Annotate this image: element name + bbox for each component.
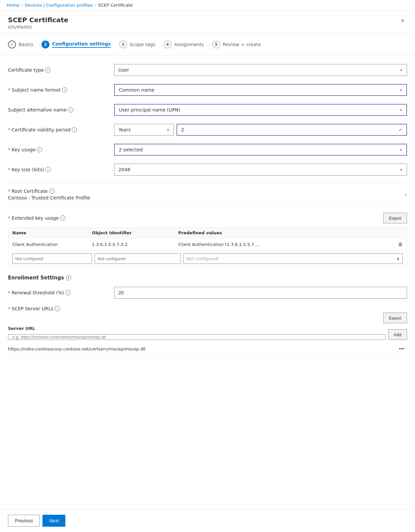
- key-size-required: *: [8, 167, 10, 172]
- root-cert-info[interactable]: i: [49, 189, 54, 194]
- step-label-review: Review + create: [223, 42, 261, 47]
- step-sep-4: ›: [208, 42, 212, 47]
- scep-urls-section: * SCEP Server URLs i Export Server URL A: [8, 306, 407, 355]
- renewal-info[interactable]: i: [65, 290, 71, 295]
- scep-info[interactable]: i: [55, 306, 60, 311]
- cert-validity-control: Years ∨ 2 ✓: [114, 124, 407, 136]
- step-label-scope: Scope tags: [130, 42, 155, 47]
- eku-required: *: [8, 215, 10, 221]
- validity-check-icon: ✓: [398, 127, 402, 132]
- footer: Previous Next: [0, 509, 415, 532]
- subject-name-required: *: [8, 87, 10, 93]
- scep-export-button[interactable]: Export: [383, 313, 407, 323]
- eku-table-header: Name Object Identifier Predefined values: [8, 228, 407, 238]
- key-size-control: 2048 ∨: [114, 164, 407, 176]
- eku-info[interactable]: i: [60, 215, 65, 221]
- step-scope[interactable]: 3 Scope tags: [119, 39, 159, 50]
- eku-name-input[interactable]: [12, 253, 92, 264]
- table-row: Client Authentication 1.3.6.1.5.5.7.3.2 …: [8, 238, 407, 251]
- certificate-type-label: Certificate type i: [8, 67, 114, 73]
- page-subtitle: iOS/iPadOS: [8, 25, 68, 30]
- next-button[interactable]: Next: [42, 515, 65, 527]
- cert-validity-label: * Certificate validity period i: [8, 127, 114, 132]
- certificate-type-info[interactable]: i: [45, 67, 50, 73]
- subject-alt-name-info[interactable]: i: [68, 107, 73, 113]
- eku-predefined-select[interactable]: Not configured ∨: [183, 253, 403, 264]
- renewal-threshold-label: * Renewal threshold (%) i: [8, 290, 114, 295]
- step-indicator-assignments: 4: [164, 40, 172, 48]
- scep-urls-header: * SCEP Server URLs i: [8, 306, 407, 311]
- enrollment-section-title: Enrollment Settings i: [8, 275, 407, 281]
- content-area: Certificate type i User ∨ * Subject name…: [0, 55, 415, 509]
- breadcrumb-chevron-1: ›: [21, 3, 23, 7]
- subject-name-format-select[interactable]: Common name ∨: [114, 84, 407, 96]
- renewal-threshold-row: * Renewal threshold (%) i: [8, 286, 407, 299]
- validity-value-input[interactable]: 2 ✓: [176, 124, 407, 136]
- certificate-type-row: Certificate type i User ∨: [8, 63, 407, 77]
- root-cert-required: *: [8, 189, 10, 194]
- key-size-info[interactable]: i: [45, 167, 51, 172]
- scep-urls-label: * SCEP Server URLs i: [8, 306, 60, 311]
- panel-header: SCEP Certificate iOS/iPadOS ×: [0, 11, 415, 34]
- breadcrumb: Home › Devices | Configuration profiles …: [0, 0, 415, 11]
- add-url-button[interactable]: Add: [388, 329, 407, 340]
- step-basics[interactable]: ✓ Basics: [8, 39, 37, 50]
- server-url-row: Server URL Add: [8, 326, 407, 340]
- step-indicator-basics: ✓: [8, 40, 16, 48]
- key-usage-info[interactable]: i: [37, 147, 42, 152]
- step-configuration[interactable]: 2 Configuration settings: [41, 39, 115, 50]
- list-item: https://ndes-contosocorp.contoso.net/cer…: [8, 342, 407, 355]
- step-label-assignments: Assignments: [174, 42, 204, 47]
- certificate-type-select[interactable]: User ∨: [114, 64, 407, 76]
- certificate-type-control: User ∨: [114, 64, 407, 76]
- step-review[interactable]: 5 Review + create: [212, 39, 265, 50]
- eku-row-name: Client Authentication: [12, 242, 92, 247]
- step-label-basics: Basics: [19, 42, 33, 47]
- step-indicator-scope: 3: [119, 40, 127, 48]
- key-usage-select[interactable]: 2 selected ∨: [114, 144, 407, 156]
- breadcrumb-home[interactable]: Home: [7, 3, 19, 8]
- key-size-row: * Key size (bits) i 2048 ∨: [8, 163, 407, 176]
- eku-delete-icon[interactable]: 🗑: [398, 242, 403, 247]
- enrollment-section: Enrollment Settings i * Renewal threshol…: [8, 275, 407, 355]
- eku-col-name: Name: [12, 230, 92, 235]
- cert-validity-required: *: [8, 127, 10, 132]
- renewal-threshold-input[interactable]: [114, 287, 407, 299]
- key-usage-label: * Key usage i: [8, 147, 114, 152]
- eku-row-oid: 1.3.6.1.5.5.7.3.2: [92, 242, 178, 247]
- subject-alt-name-control: User principal name (UPN) ∨: [114, 104, 407, 116]
- eku-predefined-chevron: ∨: [396, 256, 400, 261]
- root-cert-left: * Root Certificate i Contoso - Trusted C…: [8, 189, 90, 200]
- subject-name-format-row: * Subject name format i Common name ∨: [8, 83, 407, 97]
- key-size-select[interactable]: 2048 ∨: [114, 164, 407, 176]
- validity-unit-select[interactable]: Years ∨: [114, 124, 174, 136]
- renewal-threshold-control: [114, 287, 407, 299]
- eku-input-row: Not configured ∨: [8, 251, 407, 266]
- server-url-label: Server URL: [8, 326, 385, 331]
- subject-name-info[interactable]: i: [62, 87, 67, 93]
- enrollment-info[interactable]: i: [66, 275, 71, 280]
- close-button[interactable]: ×: [398, 16, 407, 26]
- root-cert-chevron[interactable]: ›: [405, 191, 407, 198]
- eku-col-predefined: Predefined values: [178, 230, 403, 235]
- eku-oid-input[interactable]: [95, 253, 181, 264]
- validity-unit-chevron: ∨: [167, 127, 170, 132]
- step-sep-1: ›: [37, 42, 41, 47]
- step-assignments[interactable]: 4 Assignments: [164, 39, 208, 50]
- root-cert-title: * Root Certificate i: [8, 189, 90, 194]
- server-url-input[interactable]: [8, 334, 385, 340]
- validity-inputs: Years ∨ 2 ✓: [114, 124, 407, 136]
- key-usage-chevron: ∨: [399, 147, 402, 152]
- breadcrumb-devices[interactable]: Devices | Configuration profiles: [25, 3, 93, 8]
- subject-alt-name-label: Subject alternative name i: [8, 107, 114, 113]
- eku-export-button[interactable]: Export: [383, 213, 407, 223]
- root-certificate-section: * Root Certificate i Contoso - Trusted C…: [8, 183, 407, 206]
- previous-button[interactable]: Previous: [8, 515, 40, 527]
- cert-validity-info[interactable]: i: [72, 127, 77, 132]
- url-options-button[interactable]: •••: [396, 345, 407, 352]
- scep-export-wrapper: Export: [8, 313, 407, 323]
- eku-header: * Extended key usage i Export: [8, 213, 407, 223]
- scep-required: *: [8, 306, 10, 311]
- server-url-value: https://ndes-contosocorp.contoso.net/cer…: [8, 346, 146, 351]
- subject-alt-name-select[interactable]: User principal name (UPN) ∨: [114, 104, 407, 116]
